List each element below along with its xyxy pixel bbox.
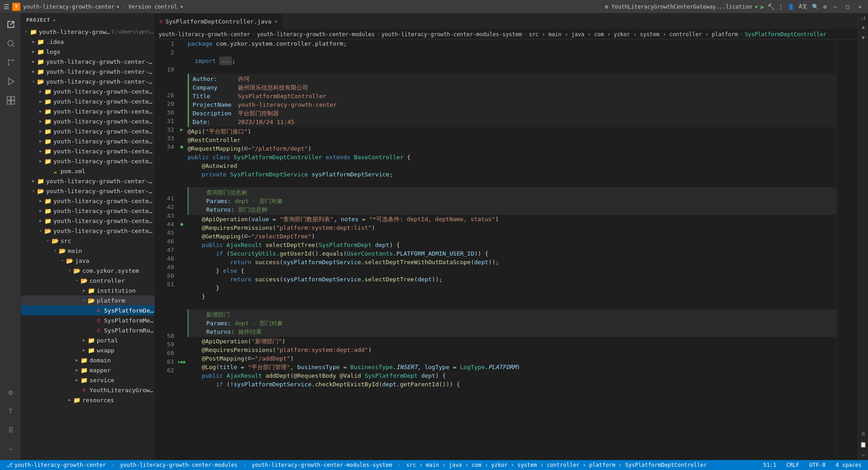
tree-label-common-redis: youth-literacy-growth-center-common-redi… [53, 128, 155, 135]
tree-item-domain[interactable]: ▶ 📁 domain [21, 355, 155, 365]
sidebar-tree[interactable]: ▾ 📁 youth-literacy-growth-center C:\User… [21, 27, 155, 460]
code-line-61: @Log(title = "平台部门管理", businessType = Bu… [188, 363, 836, 371]
tab-close-button[interactable]: ✕ [274, 18, 277, 24]
tree-item-common-security[interactable]: ▶ 📁 youth-literacy-growth-center-common-… [21, 146, 155, 156]
tree-item-com-yzkor[interactable]: ▾ 📂 com.yzkor.system [21, 266, 155, 275]
tree-item-idea[interactable]: ▶ 📁 .idea [21, 37, 155, 47]
more-options-icon[interactable]: ⋮ [778, 3, 784, 10]
tree-item-sys-platform-menu[interactable]: ▶ © SysPlatformMenuControlle [21, 315, 155, 325]
status-indent[interactable]: 4 spaces [833, 460, 864, 470]
tab-sys-platform-dept[interactable]: © SysPlatformDeptController.java ✕ [155, 14, 283, 29]
status-encoding[interactable]: UTF-8 [807, 460, 828, 470]
tree-item-java[interactable]: ▾ 📂 java [21, 256, 155, 266]
activity-settings[interactable]: ⚙ [1, 383, 19, 401]
status-branch[interactable]: ⎇ youth-literacy-growth-center [4, 460, 108, 470]
tree-item-modules-file[interactable]: ▶ 📁 youth-literacy-growth-center-modules… [21, 196, 155, 206]
gutter-col: ▶ ● ● [178, 39, 186, 460]
menu-icon[interactable]: ☰ [4, 3, 9, 10]
tree-item-root[interactable]: ▾ 📁 youth-literacy-growth-center C:\User… [21, 27, 155, 37]
tree-item-common-datasou[interactable]: ▶ 📁 youth-literacy-growth-center-common-… [21, 106, 155, 116]
tree-item-wxapp[interactable]: ▶ 📁 wxapp [21, 345, 155, 355]
status-cursor[interactable]: 51:1 [760, 460, 779, 470]
tree-item-common-datasco[interactable]: ▶ 📁 youth-literacy-growth-center-common-… [21, 96, 155, 106]
vc-dropdown-icon: ▾ [180, 4, 183, 10]
app-run-name[interactable]: ⚙ YouthLiteracyGrowthCenterGateway...lic… [605, 4, 752, 10]
tree-item-modules-operatic[interactable]: ▶ 📁 youth-literacy-growth-center-modules… [21, 216, 155, 226]
code-editor[interactable]: package com.yzkor.system.controller.plat… [186, 39, 836, 460]
tree-item-modules-form[interactable]: ▶ 📁 youth-literacy-growth-center-modules… [21, 206, 155, 216]
breadcrumb-current-file[interactable]: SysPlatformDeptController [745, 31, 826, 38]
breadcrumb-project[interactable]: youth-literacy-growth-center [159, 31, 250, 38]
search-icon[interactable]: 🔍 [812, 4, 819, 10]
tree-item-portal[interactable]: ▶ 📁 portal [21, 335, 155, 345]
tree-item-institution[interactable]: ▶ 📁 institution [21, 285, 155, 295]
breadcrumb-sep2: › [377, 31, 380, 38]
tree-item-logs[interactable]: ▶ 📁 logs [21, 47, 155, 57]
user-icon[interactable]: 👤 [788, 4, 794, 10]
settings-icon[interactable]: ⚙ [823, 4, 826, 10]
close-button[interactable]: ✕ [856, 3, 864, 11]
activity-more[interactable]: ⋯ [1, 440, 19, 458]
status-modules-system[interactable]: youth-literacy-growth-center-modules-sys… [249, 460, 395, 470]
status-src-path[interactable]: src › main › java › com › yzkor › system… [404, 460, 710, 470]
activity-extensions[interactable] [1, 91, 19, 109]
run-icon[interactable]: ▶ [760, 3, 764, 10]
tree-item-common-redis[interactable]: ▶ 📁 youth-literacy-growth-center-common-… [21, 126, 155, 136]
activity-explorer[interactable] [1, 15, 19, 33]
tree-label-youth-main: YouthLiteracyGrowthCenterSyst [90, 387, 155, 394]
tree-item-common[interactable]: ▾ 📂 youth-literacy-growth-center-common [21, 76, 155, 86]
warning-panel-icon[interactable]: ⚠1 [859, 15, 868, 20]
tree-item-youth-literacy-main[interactable]: ▶ © YouthLiteracyGrowthCenterSyst [21, 385, 155, 395]
status-line-endings[interactable]: CRLF [783, 460, 802, 470]
activity-search[interactable] [1, 34, 19, 52]
build-icon[interactable]: 🔨 [767, 3, 775, 10]
translate-icon[interactable]: A文 [799, 3, 807, 10]
tree-item-gateway[interactable]: ▶ 📁 youth-literacy-growth-center-gateway [21, 176, 155, 186]
tree-item-main[interactable]: ▾ 📂 main [21, 246, 155, 256]
sidebar-right-icon2[interactable]: 📋 [859, 440, 868, 449]
project-selector[interactable]: youth-literacy-growth-center ▾ [23, 4, 120, 10]
scroll-down-icon[interactable]: ▼ [859, 33, 868, 42]
activity-git[interactable] [1, 53, 19, 71]
sidebar-header: Project ▾ [21, 14, 155, 27]
status-sep1: › [111, 462, 114, 468]
version-control[interactable]: Version control [128, 4, 177, 10]
breadcrumb-path[interactable]: src › main › java › com › yzkor › system… [529, 31, 738, 38]
folder-icon-common-seata: 📁 [44, 138, 52, 145]
tree-item-common-swagger[interactable]: ▶ 📁 youth-literacy-growth-center-common-… [21, 156, 155, 166]
tree-item-modules[interactable]: ▾ 📂 youth-literacy-growth-center-modules [21, 186, 155, 196]
tree-item-common-log[interactable]: ▶ 📁 youth-literacy-growth-center-common-… [21, 116, 155, 126]
tree-item-api[interactable]: ▶ 📁 youth-literacy-growth-center-api [21, 57, 155, 66]
info-description: Description平台部门控制器 [193, 109, 836, 118]
tree-item-pom[interactable]: ▶ ☁ pom.xml [21, 166, 155, 176]
tree-item-service[interactable]: ▶ 📁 service [21, 375, 155, 385]
breadcrumb-modules-system[interactable]: youth-literacy-growth-center-modules-sys… [382, 31, 522, 38]
maximize-button[interactable]: □ [844, 3, 852, 11]
activity-debug[interactable] [1, 72, 19, 90]
tree-label-common-core: youth-literacy-growth-center-common-core [53, 88, 155, 95]
tree-item-modules-system[interactable]: ▾ 📂 youth-literacy-growth-center-modules… [21, 226, 155, 236]
branch-name: youth-literacy-growth-center [14, 462, 106, 468]
app-logo: Y [12, 3, 20, 11]
minimize-button[interactable]: — [831, 3, 840, 11]
tree-item-src[interactable]: ▾ 📂 src [21, 236, 155, 246]
breadcrumb-modules[interactable]: youth-literacy-growth-center-modules [257, 31, 375, 38]
tree-label-common-security: youth-literacy-growth-center-common-secu… [53, 148, 155, 155]
tree-item-common-seata[interactable]: ▶ 📁 youth-literacy-growth-center-common-… [21, 136, 155, 146]
tree-item-mapper[interactable]: ▶ 📁 mapper [21, 365, 155, 375]
scroll-up-icon[interactable]: ▲ [859, 22, 868, 31]
tree-item-resources[interactable]: ▶ 📁 resources [21, 395, 155, 405]
tree-item-controller[interactable]: ▾ 📂 controller [21, 275, 155, 285]
activity-database[interactable]: 🗄 [1, 421, 19, 439]
activity-notifications[interactable]: T [1, 402, 19, 420]
tree-item-platform[interactable]: ▾ 📂 platform [21, 295, 155, 305]
tree-item-sys-platform-role[interactable]: ▶ © SysPlatformRoleController [21, 325, 155, 335]
breadcrumb-bar: youth-literacy-growth-center › youth-lit… [155, 29, 868, 39]
sidebar-right-icon3[interactable]: ⋯ [859, 451, 868, 460]
tree-item-sys-platform-dept[interactable]: ▶ © SysPlatformDeptController [21, 305, 155, 315]
status-modules[interactable]: youth-literacy-growth-center-modules [118, 460, 241, 470]
folder-icon-common-datasou: 📁 [44, 108, 52, 115]
tree-item-auth[interactable]: ▶ 📁 youth-literacy-growth-center-auth [21, 66, 155, 76]
tree-item-common-core[interactable]: ▶ 📁 youth-literacy-growth-center-common-… [21, 86, 155, 96]
sidebar-right-icon1[interactable]: m [859, 429, 868, 438]
